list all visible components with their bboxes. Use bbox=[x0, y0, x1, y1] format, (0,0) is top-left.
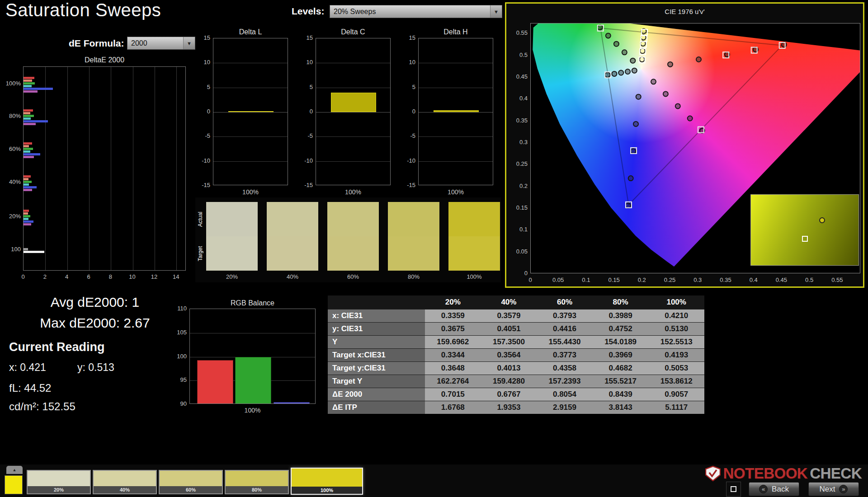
rgb-bar-green bbox=[235, 357, 271, 404]
y-axis-tick: -10 bbox=[297, 157, 313, 164]
de-bar bbox=[24, 85, 32, 87]
cell-value: 154.0189 bbox=[593, 336, 649, 348]
x-axis-tick: 10 bbox=[127, 273, 138, 281]
patch-button-40%[interactable]: 40% bbox=[93, 470, 157, 494]
gridline bbox=[213, 112, 288, 113]
column-header: 20% bbox=[425, 295, 481, 309]
cell-value: 0.4752 bbox=[593, 323, 649, 335]
x-axis-tick: 14 bbox=[170, 273, 181, 281]
cell-value: 157.2393 bbox=[537, 375, 593, 388]
cell-value: 0.4416 bbox=[537, 323, 593, 335]
de-bar bbox=[24, 156, 34, 158]
patch-button-100%[interactable]: 100% bbox=[291, 468, 363, 495]
de-bar bbox=[24, 181, 32, 183]
gridline bbox=[419, 112, 493, 113]
row-label: Target y:CIE31 bbox=[328, 362, 425, 375]
patch-strip: ▲ NOTEBOOKCHECK « Back Next » 20%40%60%8… bbox=[0, 464, 868, 497]
y-axis-tick: 15 bbox=[400, 34, 415, 42]
delta-bar bbox=[331, 93, 376, 113]
cell-value: 0.3773 bbox=[537, 349, 593, 361]
y-axis-tick: 0.35 bbox=[509, 117, 528, 124]
de-formula-dropdown-value: 2000 bbox=[127, 37, 183, 49]
de-bar bbox=[24, 123, 36, 125]
measured-point bbox=[636, 94, 641, 99]
y-axis-tick: 100 bbox=[1, 246, 21, 253]
x-axis-tick: 4 bbox=[61, 273, 72, 281]
de-bar bbox=[24, 148, 33, 150]
levels-dropdown[interactable]: 20% Sweeps ▼ bbox=[330, 5, 502, 18]
de-bar bbox=[24, 150, 30, 153]
measured-point bbox=[622, 50, 627, 55]
reading-luminance-value: cd/m²: 152.55 bbox=[9, 400, 75, 413]
de-bar bbox=[24, 189, 32, 191]
table-row: Y159.6962157.3500155.4430154.0189152.551… bbox=[328, 335, 704, 348]
logo-text-check: CHECK bbox=[810, 465, 862, 482]
actual-patch bbox=[267, 202, 318, 236]
table-row: Target x:CIE310.33440.35640.37730.39690.… bbox=[328, 348, 704, 361]
back-button[interactable]: « Back bbox=[749, 482, 799, 496]
table-row: Target y:CIE310.36480.40130.43580.46820.… bbox=[328, 361, 704, 375]
x-axis-tick: 0.55 bbox=[827, 277, 847, 284]
delta-chart bbox=[316, 38, 391, 185]
square-icon bbox=[731, 486, 736, 492]
de-bar bbox=[24, 142, 32, 145]
x-axis-label: 100% bbox=[316, 188, 391, 196]
de-bar bbox=[24, 77, 34, 79]
gridline bbox=[419, 88, 493, 88]
y-axis-tick: 0.05 bbox=[509, 248, 528, 255]
table-corner bbox=[328, 295, 425, 309]
de-bar bbox=[24, 248, 28, 250]
y-axis-tick: 0 bbox=[509, 270, 528, 277]
measured-point bbox=[618, 70, 623, 75]
delta-bar bbox=[228, 111, 274, 112]
patch-color bbox=[94, 471, 156, 486]
pattern-window-button[interactable] bbox=[726, 482, 741, 497]
x-axis-tick: 0.25 bbox=[660, 277, 680, 284]
chevron-down-icon[interactable]: ▼ bbox=[490, 5, 502, 18]
gridline bbox=[213, 136, 288, 137]
app-window: Saturation Sweeps Levels: 20% Sweeps ▼ d… bbox=[0, 0, 868, 497]
measured-point bbox=[675, 103, 680, 108]
y-axis-tick: 110 bbox=[168, 305, 187, 312]
y-axis-tick: 0.4 bbox=[509, 95, 528, 102]
max-de-value: Max dE2000: 2.67 bbox=[14, 315, 176, 331]
collapse-arrow-icon: ▲ bbox=[13, 468, 17, 472]
de-bar bbox=[24, 175, 31, 178]
chevron-down-icon[interactable]: ▼ bbox=[183, 37, 195, 49]
de-bar bbox=[24, 212, 28, 215]
cell-value: 1.9353 bbox=[481, 401, 537, 414]
gridline bbox=[133, 67, 133, 270]
gridline bbox=[419, 63, 493, 63]
patch-strip-toggle[interactable]: ▲ bbox=[6, 466, 23, 474]
avg-de-value: Avg dE2000: 1 bbox=[14, 295, 176, 310]
measured-point bbox=[651, 79, 656, 84]
y-axis-tick: 10 bbox=[195, 59, 210, 66]
measured-point bbox=[626, 203, 631, 208]
gridline bbox=[190, 333, 315, 333]
reading-fl-value: fL: 44.52 bbox=[9, 382, 51, 394]
next-button[interactable]: Next » bbox=[808, 482, 859, 496]
de-formula-dropdown[interactable]: 2000 ▼ bbox=[127, 37, 195, 50]
de-bar bbox=[24, 109, 33, 112]
patch-button-20%[interactable]: 20% bbox=[27, 470, 91, 494]
x-axis-tick: 0.1 bbox=[576, 277, 596, 284]
y-axis-tick: 0 bbox=[297, 108, 313, 115]
patch-button-60%[interactable]: 60% bbox=[159, 470, 223, 494]
cell-value: 0.6767 bbox=[481, 388, 537, 401]
delta-bar bbox=[434, 110, 479, 112]
cell-value: 5.1117 bbox=[648, 401, 704, 414]
measured-point bbox=[640, 57, 645, 62]
gridline bbox=[419, 136, 493, 137]
chevron-right-icon: » bbox=[839, 485, 848, 493]
cie-diagram-title: CIE 1976 u'v' bbox=[506, 8, 863, 15]
cell-value: 0.3344 bbox=[425, 349, 481, 361]
back-button-label: Back bbox=[772, 485, 789, 494]
x-axis-tick: 6 bbox=[83, 273, 94, 281]
de-bar bbox=[24, 178, 28, 180]
patch-button-80%[interactable]: 80% bbox=[225, 470, 289, 494]
rgb-bar-red bbox=[197, 360, 233, 404]
cell-value: 0.8439 bbox=[593, 388, 649, 401]
de-bar bbox=[24, 80, 32, 82]
cie-zoom-inset bbox=[750, 194, 859, 266]
cell-value: 0.3989 bbox=[593, 309, 649, 322]
